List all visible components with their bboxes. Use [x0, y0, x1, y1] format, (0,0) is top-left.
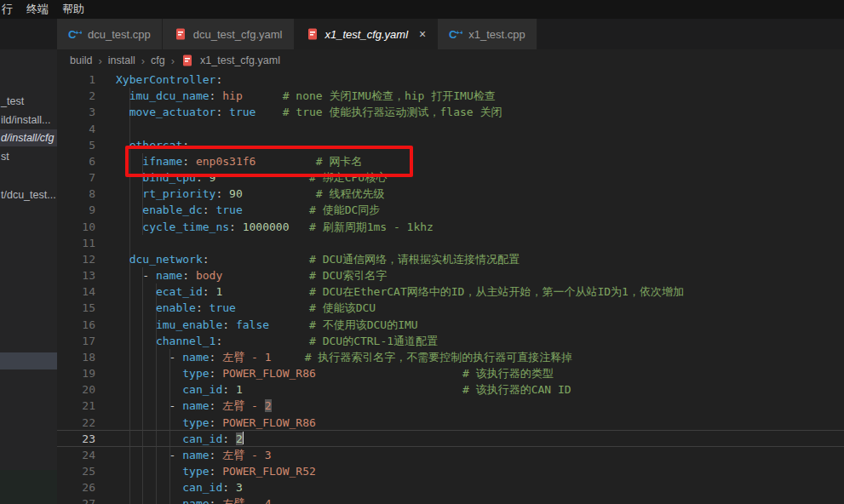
menu-item-帮助[interactable]: 帮助	[62, 2, 84, 17]
token-pln: :	[210, 465, 223, 478]
token-pln: -	[116, 269, 156, 282]
code-line-4[interactable]: 4	[0, 121, 844, 137]
svg-text:++: ++	[456, 29, 462, 37]
code-line-22[interactable]: 22 type: POWER_FLOW_R86	[0, 415, 844, 431]
token-pln: :	[203, 203, 216, 216]
token-key: can_id	[182, 383, 222, 396]
code-line-17[interactable]: 17 channel_1: # DCU的CTRL-1通道配置	[0, 333, 844, 349]
line-number: 11	[57, 235, 95, 251]
token-pln	[116, 220, 142, 233]
code-line-16[interactable]: 16 imu_enable: false # 不使用该DCU的IMU	[0, 317, 844, 333]
code-text: channel_1: # DCU的CTRL-1通道配置	[116, 333, 438, 349]
tab-label: dcu_test.cpp	[88, 28, 151, 41]
breadcrumb-item-build[interactable]: build	[70, 54, 92, 66]
code-line-1[interactable]: 1XyberController:	[0, 72, 844, 88]
tab-dcu_test_cfg.yaml[interactable]: dcu_test_cfg.yaml	[163, 19, 295, 49]
code-text: type: POWER_FLOW_R86 # 该执行器的类型	[116, 365, 554, 381]
token-key: move_actuator	[129, 106, 216, 118]
token-pln	[116, 285, 156, 298]
annotation-red-box	[125, 146, 413, 177]
token-pln	[116, 367, 182, 380]
token-key: enable	[156, 301, 196, 314]
menu-item-终端[interactable]: 终端	[26, 2, 49, 17]
line-number: 4	[57, 121, 95, 137]
breadcrumb-item-cfg[interactable]: cfg	[151, 54, 165, 66]
token-pln: :	[210, 399, 223, 412]
tab-x1_test_cfg.yaml[interactable]: x1_test_cfg.yaml×	[295, 19, 439, 49]
token-key: can_id	[182, 432, 222, 445]
token-pln: :	[210, 351, 223, 364]
code-line-19[interactable]: 19 type: POWER_FLOW_R86 # 该执行器的类型	[0, 365, 844, 381]
line-number: 8	[57, 186, 95, 202]
code-line-21[interactable]: 21 - name: 左臂 - 2	[0, 398, 844, 414]
line-number: 13	[57, 267, 95, 284]
code-text: - name: body # DCU索引名字	[116, 267, 387, 284]
token-pln: :	[210, 89, 223, 102]
code-line-18[interactable]: 18 - name: 左臂 - 1 # 执行器索引名字，不需要控制的执行器可直接…	[0, 349, 844, 365]
code-line-3[interactable]: 3 move_actuator: true # true 使能执行器运动测试，f…	[0, 104, 844, 120]
token-com: # 线程优先级	[316, 187, 385, 200]
token-pln	[116, 187, 142, 200]
line-number: 23	[57, 431, 95, 447]
token-pln: :	[222, 318, 236, 331]
token-pln	[116, 106, 129, 118]
token-key: imu_enable	[156, 318, 222, 331]
code-text: can_id: 3	[116, 479, 243, 495]
tab-dcu_test.cpp[interactable]: C++dcu_test.cpp	[57, 19, 163, 49]
code-line-9[interactable]: 9 enable_dc: true # 使能DC同步	[0, 202, 844, 218]
token-pln: :	[215, 73, 222, 86]
token-str: 左臂 - 4	[222, 497, 271, 504]
tab-strip: ⋯ C++dcu_test.cppdcu_test_cfg.yamlx1_tes…	[0, 19, 844, 49]
line-number: 24	[57, 447, 95, 463]
breadcrumb-file[interactable]: x1_test_cfg.yaml	[200, 54, 280, 66]
code-line-14[interactable]: 14 ecat_id: 1 # DCU在EtherCAT网络中的ID，从主站开始…	[0, 284, 844, 300]
token-key: type	[182, 465, 209, 478]
token-com: # DCU通信网络，请根据实机连接情况配置	[309, 253, 520, 266]
code-line-24[interactable]: 24 - name: 左臂 - 3	[0, 447, 844, 463]
code-text: type: POWER_FLOW_R52	[116, 463, 316, 479]
line-number: 19	[57, 365, 95, 381]
token-num: 3	[236, 481, 243, 494]
code-line-8[interactable]: 8 rt_priority: 90 # 线程优先级	[0, 186, 844, 202]
code-line-15[interactable]: 15 enable: true # 使能该DCU	[0, 300, 844, 316]
token-pln: -	[116, 351, 182, 364]
token-pln	[243, 187, 316, 200]
code-line-20[interactable]: 20 can_id: 1 # 该执行器的CAN ID	[0, 381, 844, 398]
menu-item-行[interactable]: 行	[2, 2, 13, 17]
code-line-13[interactable]: 13 - name: body # DCU索引名字	[0, 267, 844, 284]
token-pln	[236, 301, 309, 314]
breadcrumb-item-install[interactable]: install	[108, 54, 135, 66]
code-line-2[interactable]: 2 imu_dcu_name: hip # none 关闭IMU检查，hip 打…	[0, 88, 844, 104]
token-pln: :	[229, 220, 243, 233]
code-text: rt_priority: 90 # 线程优先级	[116, 186, 384, 202]
code-text: - name: 左臂 - 1 # 执行器索引名字，不需要控制的执行器可直接注释掉	[116, 349, 572, 365]
code-line-10[interactable]: 10 cycle_time_ns: 1000000 # 刷新周期1ms - 1k…	[0, 219, 844, 235]
token-pln: :	[210, 449, 223, 461]
breadcrumb[interactable]: build›install›cfg›x1_test_cfg.yaml	[70, 51, 280, 70]
token-com: # 执行器索引名字，不需要控制的执行器可直接注释掉	[305, 351, 573, 364]
code-line-26[interactable]: 26 can_id: 3	[0, 479, 844, 495]
code-line-12[interactable]: 12 dcu_network: # DCU通信网络，请根据实机连接情况配置	[0, 251, 844, 267]
code-text: move_actuator: true # true 使能执行器运动测试，fla…	[116, 104, 502, 120]
tab-close-icon[interactable]: ×	[419, 28, 426, 40]
code-text: cycle_time_ns: 1000000 # 刷新周期1ms - 1khz	[116, 219, 433, 235]
token-pln: -	[116, 449, 182, 461]
code-line-27[interactable]: 27 - name: 左臂 - 4	[0, 495, 844, 504]
token-pln	[243, 203, 309, 216]
code-line-11[interactable]: 11	[0, 235, 844, 251]
token-pln	[290, 220, 309, 233]
token-pln: :	[210, 497, 223, 504]
tab-x1_test.cpp[interactable]: C++x1_test.cpp	[438, 19, 537, 49]
token-pln	[116, 301, 156, 314]
code-text: can_id: 2	[116, 431, 244, 447]
chevron-right-icon: ›	[98, 54, 101, 67]
token-key: name	[156, 269, 182, 282]
token-pln: :	[222, 432, 236, 445]
token-num: 90	[229, 187, 243, 200]
code-line-25[interactable]: 25 type: POWER_FLOW_R52	[0, 463, 844, 479]
code-line-23[interactable]: 23 can_id: 2	[0, 431, 844, 447]
line-number: 9	[57, 202, 95, 218]
chevron-right-icon: ›	[171, 54, 175, 67]
token-pln	[116, 383, 182, 396]
token-pln	[269, 318, 309, 331]
